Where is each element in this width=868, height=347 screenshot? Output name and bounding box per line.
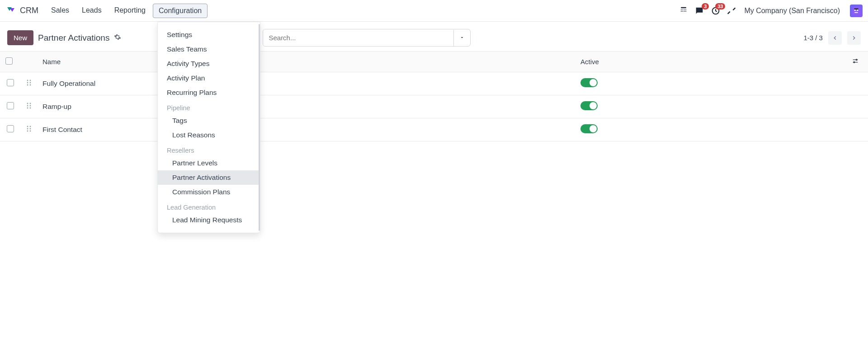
dropdown-recurring-plans[interactable]: Recurring Plans bbox=[158, 85, 260, 100]
svg-point-19 bbox=[27, 105, 28, 107]
gear-icon[interactable] bbox=[114, 33, 121, 42]
dropdown-activity-types[interactable]: Activity Types bbox=[158, 56, 260, 71]
dropdown-pipeline: Pipeline bbox=[158, 100, 260, 113]
tools-icon[interactable] bbox=[727, 6, 736, 15]
dropdown-lost-reasons[interactable]: Lost Reasons bbox=[158, 128, 260, 141]
svg-point-27 bbox=[27, 131, 28, 132]
company-selector[interactable]: My Company (San Francisco) bbox=[744, 7, 840, 15]
svg-point-8 bbox=[856, 59, 857, 61]
drag-handle-icon[interactable] bbox=[26, 126, 32, 134]
new-button[interactable]: New bbox=[7, 30, 33, 45]
pager-next-button[interactable] bbox=[847, 31, 861, 45]
svg-point-21 bbox=[27, 108, 28, 109]
row-checkbox[interactable] bbox=[7, 102, 14, 109]
svg-point-16 bbox=[30, 84, 31, 86]
drag-handle-icon[interactable] bbox=[26, 103, 32, 111]
row-name: Ramp-up bbox=[37, 95, 575, 118]
avatar[interactable] bbox=[850, 5, 863, 17]
svg-point-28 bbox=[30, 131, 31, 132]
svg-point-17 bbox=[27, 103, 28, 104]
svg-point-11 bbox=[27, 80, 28, 81]
dropdown-activity-plan[interactable]: Activity Plan bbox=[158, 71, 260, 85]
brand-name[interactable]: CRM bbox=[20, 6, 38, 15]
svg-rect-6 bbox=[854, 8, 858, 9]
topbar: CRM Sales Leads Reporting Configuration … bbox=[0, 0, 868, 22]
column-active[interactable]: Active bbox=[575, 52, 846, 72]
nav-sales[interactable]: Sales bbox=[46, 4, 75, 18]
row-name: Fully Operational bbox=[37, 72, 575, 95]
sliders-icon[interactable] bbox=[852, 58, 859, 66]
dropdown-sales-teams[interactable]: Sales Teams bbox=[158, 42, 260, 56]
pager-text: 1-3 / 3 bbox=[803, 34, 823, 42]
svg-point-25 bbox=[27, 128, 28, 130]
svg-point-23 bbox=[27, 126, 28, 127]
row-checkbox[interactable] bbox=[7, 79, 14, 86]
active-toggle[interactable] bbox=[580, 101, 598, 110]
subheader: New Partner Activations 1-3 / 3 bbox=[0, 22, 868, 51]
svg-point-10 bbox=[854, 61, 855, 63]
active-toggle[interactable] bbox=[580, 124, 598, 133]
chat-badge: 3 bbox=[702, 3, 709, 9]
nav-configuration[interactable]: Configuration bbox=[153, 4, 208, 18]
dropdown-settings[interactable]: Settings bbox=[158, 28, 260, 42]
row-checkbox[interactable] bbox=[7, 125, 14, 132]
svg-point-26 bbox=[30, 128, 31, 130]
select-all-checkbox[interactable] bbox=[5, 57, 13, 65]
svg-point-15 bbox=[27, 84, 28, 86]
activity-clock-icon[interactable]: 33 bbox=[711, 6, 721, 16]
svg-point-22 bbox=[30, 108, 31, 109]
svg-point-20 bbox=[30, 105, 31, 107]
clock-badge: 33 bbox=[715, 3, 725, 9]
chat-icon[interactable]: 3 bbox=[694, 6, 704, 16]
data-table: Name Active Fully OperationalRamp-upFirs… bbox=[0, 51, 868, 141]
dialer-icon[interactable] bbox=[679, 6, 688, 15]
table-row[interactable]: First Contact bbox=[0, 118, 868, 141]
nav-reporting[interactable]: Reporting bbox=[109, 4, 151, 18]
svg-point-18 bbox=[30, 103, 31, 104]
svg-rect-3 bbox=[852, 6, 860, 14]
page-title: Partner Activations bbox=[38, 33, 109, 43]
app-logo[interactable] bbox=[5, 5, 16, 16]
svg-point-24 bbox=[30, 126, 31, 127]
top-icons: 3 33 My Company (San Francisco) bbox=[679, 5, 863, 17]
column-name[interactable]: Name bbox=[37, 52, 575, 72]
configuration-dropdown: SettingsSales TeamsActivity TypesActivit… bbox=[157, 22, 260, 141]
svg-point-12 bbox=[30, 80, 31, 81]
active-toggle[interactable] bbox=[580, 78, 598, 87]
search-dropdown-toggle[interactable] bbox=[453, 30, 470, 46]
row-name: First Contact bbox=[37, 118, 575, 141]
nav-leads[interactable]: Leads bbox=[76, 4, 107, 18]
table-row[interactable]: Ramp-up bbox=[0, 95, 868, 118]
pager-prev-button[interactable] bbox=[828, 31, 842, 45]
table-row[interactable]: Fully Operational bbox=[0, 72, 868, 95]
search-wrap bbox=[263, 29, 471, 47]
drag-handle-icon[interactable] bbox=[26, 80, 32, 88]
pager: 1-3 / 3 bbox=[803, 31, 861, 45]
svg-marker-1 bbox=[10, 8, 14, 12]
svg-point-14 bbox=[30, 82, 31, 84]
nav-links: Sales Leads Reporting Configuration bbox=[46, 4, 208, 18]
svg-point-13 bbox=[27, 82, 28, 84]
dropdown-tags[interactable]: Tags bbox=[158, 113, 260, 128]
search-input[interactable] bbox=[263, 29, 453, 46]
